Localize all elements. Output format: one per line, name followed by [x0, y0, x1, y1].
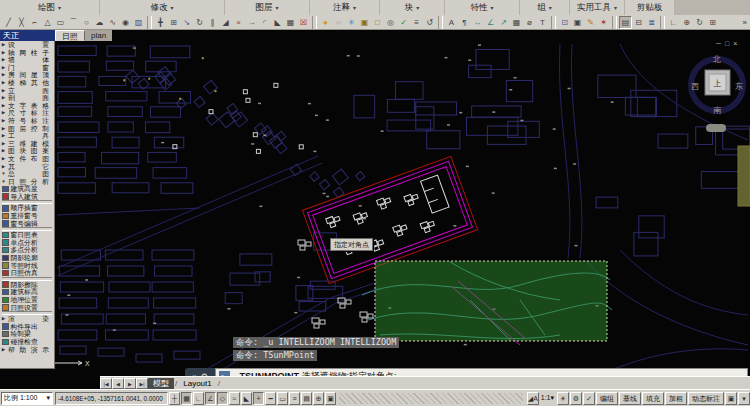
- explode-icon[interactable]: ✶: [597, 16, 610, 29]
- rectangle-icon[interactable]: ▭: [54, 16, 67, 29]
- paste-icon[interactable]: ▤: [619, 16, 632, 29]
- sidebar-item-剖面[interactable]: ▶剖面: [0, 94, 54, 102]
- transparency-toggle[interactable]: ▭: [277, 392, 288, 405]
- ortho-toggle[interactable]: ∟: [193, 392, 204, 405]
- annotation-scale-icon[interactable]: ◢A: [527, 392, 539, 405]
- sidebar-item-总图[interactable]: ▼总图: [0, 170, 54, 178]
- viewport-icon[interactable]: ⊞: [706, 16, 719, 29]
- sidebar-item-文件布图[interactable]: ▶文件布图: [0, 155, 54, 163]
- extend-icon[interactable]: →: [245, 16, 258, 29]
- dim-aligned-icon[interactable]: ∠: [484, 16, 497, 29]
- ribbon-panel-group[interactable]: 组▾: [520, 0, 570, 15]
- fillet-icon[interactable]: ◜: [258, 16, 271, 29]
- sidebar-item-门窗[interactable]: ▶门窗: [0, 64, 54, 72]
- move-icon[interactable]: ╋: [154, 16, 167, 29]
- line-icon[interactable]: ╱: [2, 16, 15, 29]
- tab-layout1[interactable]: Layout1: [178, 378, 216, 390]
- sidebar-tool-地理位置[interactable]: 地理位置: [0, 296, 54, 304]
- annotation-toggle[interactable]: ⊕: [313, 392, 324, 405]
- sidebar-tool-绘制梁[interactable]: 绘制梁: [0, 330, 54, 338]
- circle-icon[interactable]: ○: [80, 16, 93, 29]
- copy-icon[interactable]: ⊞: [167, 16, 180, 29]
- coordinates-readout[interactable]: -4.6108E+05, -1357161.0041, 0.0000: [55, 392, 168, 405]
- dim-style-icon[interactable]: ⌀: [523, 16, 536, 29]
- sidebar-tool-日照设置[interactable]: 日照设置: [0, 304, 54, 312]
- match-properties-icon[interactable]: ≣: [645, 16, 658, 29]
- ribbon-panel-utilities[interactable]: 实用工具▾: [570, 0, 625, 15]
- quick-properties-toggle[interactable]: ≡: [289, 392, 300, 405]
- sidebar-tool-窗日照表[interactable]: 窗日照表: [0, 231, 54, 239]
- sidebar-item-设置[interactable]: ▶设置: [0, 41, 54, 49]
- mirror-icon[interactable]: ∥: [206, 16, 219, 29]
- ribbon-panel-block[interactable]: 块▾: [380, 0, 445, 15]
- sidebar-tool-日照仿真[interactable]: 日照仿真: [0, 269, 54, 277]
- ellipse-icon[interactable]: ◉: [119, 16, 132, 29]
- sidebar-item-工具[interactable]: ▶工具: [0, 132, 54, 140]
- sidebar-tool-阴影轮廓[interactable]: 阴影轮廓: [0, 254, 54, 262]
- ribbon-panel-annotate[interactable]: 注释▾: [310, 0, 380, 15]
- sidebar-tool-窗号编辑[interactable]: 窗号编辑: [0, 220, 54, 228]
- layer-previous-icon[interactable]: ↺: [423, 16, 436, 29]
- sidebar-tool-等照时线[interactable]: 等照时线: [0, 262, 54, 270]
- edit-block-icon[interactable]: ✎: [584, 16, 597, 29]
- prev-tab-button[interactable]: ◀: [112, 378, 124, 389]
- status-toggle-编组[interactable]: 编组: [596, 392, 618, 405]
- arc-icon[interactable]: ⌒: [67, 16, 80, 29]
- array-icon[interactable]: ▦: [284, 16, 297, 29]
- stretch-icon[interactable]: ↘: [180, 16, 193, 29]
- scale-icon[interactable]: ◢: [219, 16, 232, 29]
- measure-icon[interactable]: ∟: [667, 16, 680, 29]
- spline-icon[interactable]: ∿: [106, 16, 119, 29]
- ribbon-panel-modify[interactable]: 修改▾: [100, 0, 225, 15]
- status-toggle-填充[interactable]: 填充: [642, 392, 664, 405]
- text-icon[interactable]: A: [445, 16, 458, 29]
- ribbon-panel-layers[interactable]: 图层▾: [225, 0, 310, 15]
- polygon-icon[interactable]: △: [41, 16, 54, 29]
- status-menu-icon[interactable]: ▾: [738, 392, 750, 405]
- grid-toggle[interactable]: ▦: [181, 392, 192, 405]
- dim-linear-icon[interactable]: ↔: [471, 16, 484, 29]
- sidebar-tool-建筑标高[interactable]: 建筑标高: [0, 288, 54, 296]
- palette-title[interactable]: 天正: [0, 30, 55, 41]
- sidebar-item-轴网柱子[interactable]: ▶轴网柱子: [0, 49, 54, 57]
- sidebar-tool-渲染[interactable]: ▶渲染: [0, 315, 54, 323]
- tab-model[interactable]: 模型: [148, 378, 174, 390]
- next-tab-button[interactable]: ▶: [124, 378, 136, 389]
- chamfer-icon[interactable]: ◣: [271, 16, 284, 29]
- navigation-wheel[interactable]: [706, 124, 726, 132]
- annotation-scale-value[interactable]: 1:1▾: [539, 394, 556, 402]
- layer-isolate-icon[interactable]: ◎: [384, 16, 397, 29]
- layer-unlock-icon[interactable]: □: [371, 16, 384, 29]
- sidebar-item-图块图案[interactable]: ▶图块图案: [0, 147, 54, 155]
- layer-freeze-icon[interactable]: ✳: [345, 16, 358, 29]
- layer-current-icon[interactable]: ✓: [397, 16, 410, 29]
- scale-combo[interactable]: 比例 1:100 ▾: [1, 392, 53, 405]
- toolbar-overflow-icon[interactable]: »: [743, 18, 750, 27]
- leader-icon[interactable]: ↗: [497, 16, 510, 29]
- polyline-icon[interactable]: ⌐: [28, 16, 41, 29]
- sidebar-item-其它[interactable]: ▶其它: [0, 163, 54, 171]
- status-toggle-基线[interactable]: 基线: [619, 392, 641, 405]
- trim-icon[interactable]: ×: [232, 16, 245, 29]
- table-icon[interactable]: ▦: [510, 16, 523, 29]
- status-toggle-动态标注[interactable]: 动态标注: [688, 392, 724, 405]
- sidebar-tool-建筑高度[interactable]: 建筑高度: [0, 185, 54, 193]
- sidebar-item-三维建模[interactable]: ▶三维建模: [0, 140, 54, 148]
- lineweight-toggle[interactable]: ━: [265, 392, 276, 405]
- sidebar-tool-顺序插窗[interactable]: 顺序插窗: [0, 204, 54, 212]
- insert-block-icon[interactable]: ⊡: [558, 16, 571, 29]
- layer-match-icon[interactable]: ≡: [410, 16, 423, 29]
- drawing-canvas[interactable]: 北 西 东 南 上 X Y: [55, 30, 750, 389]
- sidebar-item-图层控制[interactable]: ▶图层控制: [0, 125, 54, 133]
- selection-cycling-toggle[interactable]: ▤: [301, 392, 312, 405]
- ribbon-panel-draw[interactable]: 绘图▾: [0, 0, 100, 15]
- layer-lock-icon[interactable]: ▣: [358, 16, 371, 29]
- create-block-icon[interactable]: ▣: [571, 16, 584, 29]
- ribbon-panel-clipboard[interactable]: 剪贴板: [625, 0, 675, 15]
- text-style-icon[interactable]: T: [536, 16, 549, 29]
- annotation-visibility-icon[interactable]: ☀: [557, 392, 569, 405]
- construction-line-icon[interactable]: ╳: [15, 16, 28, 29]
- workspace-toggle[interactable]: ▣: [325, 392, 336, 405]
- doc-tab-plan[interactable]: plan: [85, 30, 112, 41]
- hatch-icon[interactable]: ▨: [132, 16, 145, 29]
